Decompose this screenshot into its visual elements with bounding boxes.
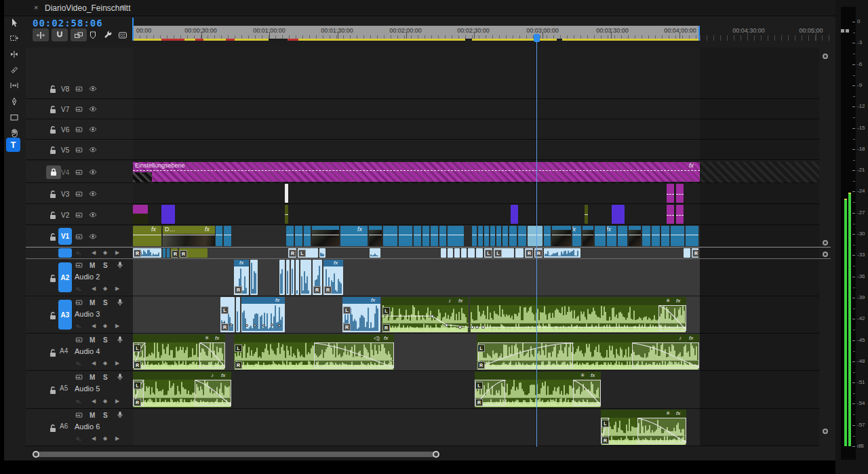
clip-v1-240[interactable]: D…fx — [163, 226, 215, 246]
clip-v1-911[interactable] — [618, 226, 627, 246]
mute-button[interactable]: M — [90, 374, 95, 381]
fade-out-handle[interactable] — [632, 342, 699, 368]
clip-v1-844[interactable]: fx — [572, 226, 581, 246]
toggle-track-output-eye-icon[interactable] — [88, 233, 98, 241]
rubber-band[interactable] — [216, 235, 222, 235]
clip-a2-345[interactable]: fxR — [234, 260, 249, 295]
v-scroll-handle[interactable] — [823, 54, 828, 59]
lock-open-icon[interactable] — [48, 125, 58, 135]
volume-keyframe[interactable] — [481, 325, 485, 329]
clip-v1-318[interactable] — [216, 226, 222, 246]
show-keyframes-button[interactable]: ○, — [76, 285, 81, 292]
rubber-band[interactable] — [133, 235, 161, 235]
solo-button[interactable]: S — [103, 412, 108, 419]
razor-tool[interactable] — [5, 62, 23, 77]
clip-a1-802[interactable] — [544, 248, 580, 258]
volume-keyframe[interactable] — [254, 324, 256, 327]
clip-a2-477[interactable]: fxR — [323, 260, 343, 295]
rubber-band[interactable] — [652, 235, 660, 235]
voiceover-record-mic-icon[interactable] — [115, 261, 125, 270]
rubber-band[interactable] — [642, 235, 650, 235]
clip-a1-760[interactable] — [515, 248, 524, 258]
next-keyframe-button[interactable]: ▶ — [115, 435, 119, 441]
add-keyframe-button[interactable]: ◆ — [103, 360, 107, 366]
volume-keyframe[interactable] — [245, 324, 248, 327]
rubber-band[interactable] — [472, 235, 477, 235]
snap-button[interactable] — [52, 28, 68, 41]
clip-v1-764[interactable] — [518, 226, 526, 246]
rubber-band[interactable] — [448, 235, 464, 235]
track-target-A1[interactable] — [58, 248, 72, 258]
clip-v1-623[interactable] — [422, 226, 429, 246]
clip-v2-862[interactable] — [585, 205, 588, 224]
clip-v1-927[interactable] — [629, 226, 641, 246]
clip-a6-886[interactable]: ✳fxLR — [601, 410, 686, 445]
toggle-track-output-eye-icon[interactable] — [88, 191, 98, 199]
playhead-line[interactable] — [536, 41, 537, 447]
clip-v1-330[interactable] — [224, 226, 231, 246]
clip-v2-997[interactable] — [676, 205, 684, 224]
volume-keyframe[interactable] — [445, 323, 448, 327]
rubber-band[interactable] — [490, 235, 495, 235]
clip-v1-961[interactable] — [652, 226, 660, 246]
track-zone-divider-2[interactable] — [26, 258, 831, 259]
show-keyframes-button[interactable]: ○, — [76, 323, 81, 329]
rubber-band[interactable] — [667, 215, 674, 216]
track-zone-divider[interactable] — [26, 247, 831, 248]
clip-a4-345[interactable]: ◁)fxLR — [234, 334, 394, 370]
add-keyframe-button[interactable]: ◆ — [103, 250, 107, 256]
clip-v2-753[interactable] — [511, 205, 518, 224]
mute-button[interactable]: M — [90, 336, 95, 344]
track-select-forward-tool[interactable] — [5, 31, 23, 45]
prev-keyframe-button[interactable]: ◀ — [92, 360, 96, 366]
rubber-band[interactable] — [285, 214, 288, 215]
rubber-band[interactable] — [383, 235, 397, 235]
clip-v1-196[interactable]: fx — [133, 226, 161, 246]
clip-a1-670[interactable] — [454, 248, 460, 258]
sync-lock-icon[interactable] — [75, 146, 84, 155]
clip-a3-505[interactable]: fxLR — [342, 297, 380, 332]
fade-out-handle[interactable] — [658, 305, 686, 331]
rubber-band[interactable] — [509, 235, 517, 235]
volume-keyframe[interactable] — [262, 324, 265, 327]
rubber-band[interactable] — [439, 235, 446, 235]
fade-out-handle[interactable] — [314, 342, 394, 368]
rubber-band[interactable] — [422, 235, 429, 235]
toggle-track-output-eye-icon[interactable] — [88, 126, 98, 134]
clip-v1-544[interactable] — [369, 226, 382, 246]
volume-keyframe[interactable] — [475, 325, 479, 329]
rubber-band[interactable] — [676, 194, 684, 195]
clip-a3-693[interactable]: ✳fx — [470, 297, 686, 332]
clip-v1-635[interactable] — [431, 226, 438, 246]
rubber-band[interactable] — [369, 235, 382, 235]
clip-v1-610[interactable] — [414, 226, 421, 246]
panel-menu-icon[interactable]: ≡ — [121, 3, 125, 12]
clip-v1-814[interactable] — [552, 226, 571, 246]
rubber-band[interactable] — [583, 235, 593, 235]
lock-open-icon[interactable] — [48, 190, 58, 199]
clip-v1-422[interactable] — [286, 226, 294, 246]
volume-keyframe[interactable] — [230, 323, 233, 326]
clip-v3-983[interactable] — [667, 184, 674, 203]
clip-a4-196[interactable]: ✳fxLR — [133, 334, 225, 370]
rubber-band[interactable] — [572, 235, 581, 235]
rubber-band[interactable] — [496, 235, 501, 235]
clip-a1-240[interactable] — [163, 248, 165, 258]
clip-v1-732[interactable] — [496, 226, 501, 246]
rubber-band[interactable] — [518, 235, 526, 235]
next-keyframe-button[interactable]: ▶ — [115, 360, 119, 366]
voiceover-record-mic-icon[interactable] — [115, 336, 125, 344]
sync-lock-icon[interactable] — [75, 212, 84, 220]
clip-v1-502[interactable]: fx — [340, 226, 368, 246]
clip-a1-714[interactable]: L — [484, 248, 492, 258]
rubber-band[interactable] — [671, 235, 684, 235]
add-keyframe-button[interactable]: ◆ — [103, 285, 107, 292]
sync-lock-icon[interactable] — [75, 412, 84, 420]
voiceover-record-mic-icon[interactable] — [115, 411, 125, 420]
clip-a2-422[interactable] — [286, 260, 290, 295]
rectangle-tool[interactable] — [5, 110, 23, 125]
toggle-track-output-eye-icon[interactable] — [88, 212, 98, 220]
clip-v1-448[interactable] — [304, 226, 311, 246]
toggle-track-output-eye-icon[interactable] — [88, 85, 98, 94]
sync-lock-icon[interactable] — [75, 85, 84, 94]
